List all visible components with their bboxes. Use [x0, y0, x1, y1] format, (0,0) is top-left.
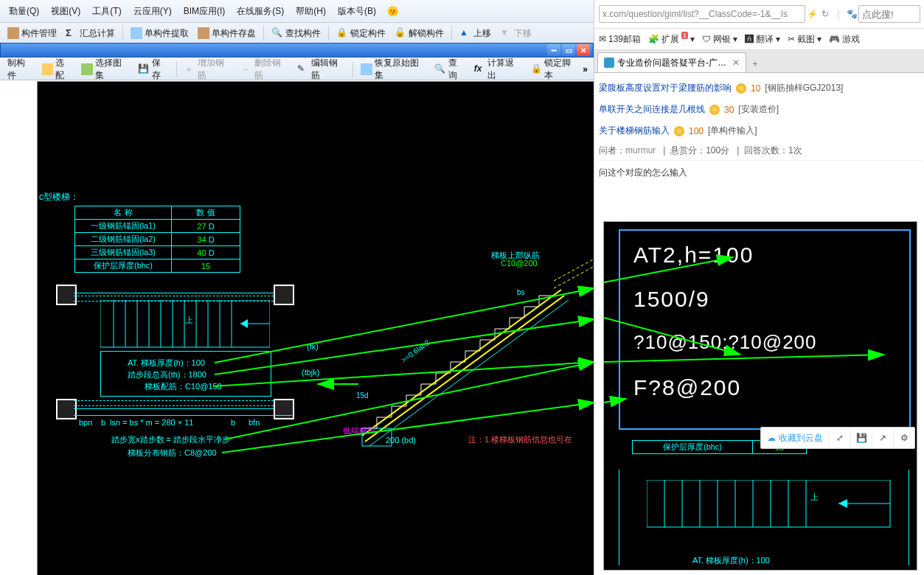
- child-window-titlebar: ━ ▭ ✕: [0, 43, 594, 58]
- toolbar-overflow[interactable]: »: [583, 64, 588, 74]
- btn-sum-calc[interactable]: Σ汇总计算: [61, 24, 119, 42]
- label: 翻译: [756, 33, 774, 46]
- dim-line: [74, 415, 292, 416]
- btn-save[interactable]: 💾保存: [133, 60, 173, 78]
- bm-game[interactable]: 🎮 游戏: [829, 33, 860, 46]
- menu-bim[interactable]: BIM应用(I): [178, 5, 232, 18]
- btn-select-atlas[interactable]: 选择图集: [77, 60, 133, 78]
- btn-find[interactable]: 🔍查找构件: [267, 24, 325, 42]
- question-row[interactable]: 单联开关之间连接是几根线 30 [安装造价]: [597, 99, 922, 120]
- sun-icon[interactable]: 🌞: [386, 5, 399, 17]
- search-input[interactable]: [858, 5, 920, 23]
- label: 查询: [448, 57, 465, 82]
- row3-val: 40 D: [172, 246, 240, 259]
- menu-version[interactable]: 版本号(B): [332, 5, 382, 18]
- mini-p1: AT. 梯板厚度(h)：100: [692, 555, 770, 566]
- label: 构件管理: [21, 27, 57, 40]
- label: 截图: [797, 33, 815, 46]
- cad-title: c型楼梯：: [39, 191, 79, 203]
- menu-help[interactable]: 帮助(H): [290, 5, 332, 18]
- row4-val: 15: [172, 259, 240, 273]
- l5d-label: 15d: [356, 391, 369, 400]
- label: 游戏: [842, 33, 860, 46]
- btn-query[interactable]: 🔍查询: [430, 60, 470, 78]
- menu-qty[interactable]: 勤量(Q): [3, 5, 45, 18]
- plan-col-br: [274, 399, 294, 419]
- tab-close-icon[interactable]: ✕: [732, 58, 740, 68]
- bm-ext[interactable]: 🧩 扩展1 ▾: [648, 33, 695, 46]
- address-bar: ⚡ ↻ | 🐾: [594, 0, 924, 29]
- label: 扩展: [661, 33, 679, 46]
- separator: [328, 26, 329, 41]
- flash-icon[interactable]: ⚡: [805, 7, 819, 21]
- btn-save-part[interactable]: 单构件存盘: [193, 24, 260, 42]
- lsn: lsn = bs * m = 280 × 11: [110, 418, 193, 427]
- bm-trans[interactable]: 🅰 翻译 ▾: [745, 33, 780, 46]
- btn-lock-script[interactable]: 🔒锁定脚本: [527, 60, 583, 78]
- bm-bank[interactable]: 🛡 网银 ▾: [702, 33, 737, 46]
- btn-restore[interactable]: 恢复原始图集: [356, 60, 430, 78]
- btn-component-manage[interactable]: 构件管理: [3, 24, 61, 42]
- menu-view[interactable]: 视图(V): [45, 5, 86, 18]
- b1: b: [101, 418, 105, 427]
- cad-param-table: 名 称数 值 一级钢筋锚固(la1)27 D 二级钢筋锚固(la2)34 D 三…: [74, 206, 240, 273]
- q3-link[interactable]: 关于楼梯钢筋输入: [599, 125, 670, 137]
- question-row[interactable]: 梁腹板高度设置对于梁腰筋的影响 10 [钢筋抽样GGJ2013]: [597, 77, 922, 99]
- window-min-button[interactable]: ━: [547, 44, 560, 56]
- label: 汇总计算: [80, 27, 115, 40]
- refresh-icon[interactable]: ↻: [819, 7, 832, 21]
- asker: murmur: [625, 145, 656, 156]
- tab-new-button[interactable]: ＋: [746, 55, 764, 72]
- row3-name: 三级钢筋锚固(la3): [75, 246, 172, 259]
- label: 单构件提取: [145, 27, 189, 40]
- plan-col-tr: [274, 285, 294, 305]
- meta-ans: 回答次数：1次: [744, 145, 802, 156]
- btn-unlock[interactable]: 🔓解锁构件: [390, 24, 448, 42]
- save-to-cloud-button[interactable]: ☁收藏到云盘: [761, 432, 829, 445]
- row1-val: 27 D: [172, 220, 240, 233]
- th-name: 名 称: [75, 206, 172, 220]
- gear-icon[interactable]: ⚙: [893, 428, 914, 447]
- window-close-button[interactable]: ✕: [577, 44, 590, 56]
- svg-line-25: [604, 257, 733, 282]
- favicon-icon: [604, 58, 614, 68]
- browser-tab-active[interactable]: 专业造价问题答疑平台-广联达 ✕: [597, 52, 746, 72]
- btn-extract[interactable]: 单构件提取: [126, 24, 193, 42]
- bm-mail[interactable]: ✉ 139邮箱: [599, 33, 641, 46]
- menu-online[interactable]: 在线服务(S): [231, 5, 290, 18]
- q2-tag: [安装造价]: [738, 103, 779, 116]
- btn-edit-rebar[interactable]: ✎编辑钢筋: [293, 60, 350, 78]
- q3-pts: 100: [689, 126, 704, 136]
- expand-icon[interactable]: ⤢: [829, 428, 850, 447]
- row2-val: 34 D: [172, 233, 240, 246]
- q2-pts: 30: [724, 105, 734, 115]
- btn-select-match[interactable]: 选配: [38, 60, 77, 78]
- dashed-ext: [554, 259, 594, 303]
- menu-cloud[interactable]: 云应用(Y): [128, 5, 178, 18]
- bm-shot[interactable]: ✂ 截图 ▾: [788, 33, 821, 46]
- label: 下移: [514, 27, 532, 40]
- paw-icon[interactable]: 🐾: [845, 7, 858, 21]
- coin-icon: [709, 105, 720, 115]
- label: 锁定构件: [350, 27, 386, 40]
- svg-line-15: [369, 300, 569, 446]
- btn-up[interactable]: ▲上移: [455, 24, 496, 42]
- q2-link[interactable]: 单联开关之间连接是几根线: [599, 103, 705, 116]
- btn-calc-exit[interactable]: fx计算退出: [470, 60, 527, 78]
- q1-link[interactable]: 梁腹板高度设置对于梁腰筋的影响: [599, 82, 732, 94]
- window-max-button[interactable]: ▭: [562, 44, 575, 56]
- btn-make-part[interactable]: 制构件: [3, 60, 38, 78]
- label: 上移: [473, 27, 491, 40]
- btn-lock[interactable]: 🔒锁定构件: [332, 24, 390, 42]
- menu-tools[interactable]: 工具(T): [86, 5, 127, 18]
- cad-canvas[interactable]: c型楼梯： 名 称数 值 一级钢筋锚固(la1)27 D 二级钢筋锚固(la2)…: [37, 81, 595, 575]
- question-row[interactable]: 关于楼梯钢筋输入 100 [单构件输入]: [597, 120, 922, 142]
- mini-r1: 保护层厚度(bhc): [633, 441, 753, 454]
- share-icon[interactable]: ↗: [872, 428, 893, 447]
- mini-up: 上: [810, 492, 819, 503]
- url-input[interactable]: [599, 5, 805, 23]
- save-icon[interactable]: 💾: [850, 428, 872, 447]
- low-beam-label: 低端梯梁: [343, 425, 375, 436]
- answer-image: AT2,h=100 1500/9 ?10@150;?10@200 F?8@200…: [603, 221, 917, 571]
- bs-label: bs: [517, 288, 525, 296]
